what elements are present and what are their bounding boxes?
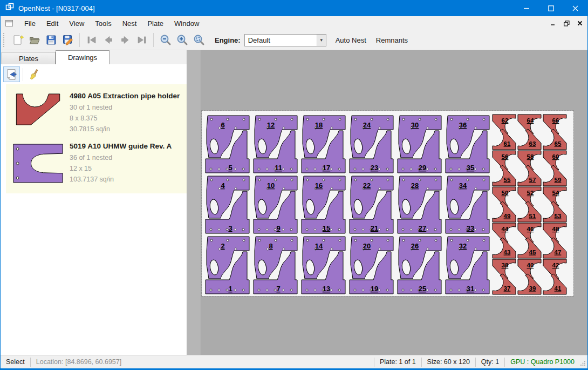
- list-item[interactable]: 4980 A05 Extraction pipe holder 30 of 1 …: [9, 88, 184, 138]
- red-pair[interactable]: 5049: [493, 187, 516, 222]
- red-pair[interactable]: 4645: [518, 223, 541, 258]
- red-pair[interactable]: 3837: [493, 259, 516, 294]
- part-area: 103.7137 sq/in: [70, 174, 183, 185]
- purple-pair[interactable]: 1413: [302, 237, 345, 294]
- purple-pair[interactable]: 1211: [254, 116, 297, 173]
- part-number: 64: [527, 117, 534, 124]
- import-drawing-button[interactable]: [3, 66, 20, 82]
- red-pair[interactable]: 4039: [518, 259, 541, 294]
- red-pair[interactable]: 5857: [518, 151, 541, 186]
- part-number: 62: [502, 117, 509, 124]
- menu-file[interactable]: File: [19, 17, 41, 30]
- menu-tools[interactable]: Tools: [90, 17, 117, 30]
- purple-pair[interactable]: 21: [206, 237, 249, 294]
- minimize-icon[interactable]: [515, 0, 539, 16]
- purple-pair[interactable]: 2625: [398, 237, 441, 294]
- red-pair[interactable]: 6463: [518, 115, 541, 150]
- part-number: 54: [552, 190, 559, 196]
- mdi-minimize-icon[interactable]: [547, 18, 559, 29]
- drill-hole: [275, 179, 277, 181]
- tab-plates[interactable]: Plates: [2, 52, 56, 64]
- menu-view[interactable]: View: [64, 17, 90, 30]
- auto-nest-button[interactable]: Auto Nest: [331, 33, 371, 48]
- part-number: 53: [555, 213, 562, 219]
- drill-hole: [275, 239, 277, 241]
- drill-hole: [258, 168, 260, 170]
- part-number: 38: [502, 262, 509, 268]
- drill-hole: [338, 168, 340, 170]
- purple-pair[interactable]: 3231: [446, 237, 489, 294]
- red-pair[interactable]: 5251: [518, 187, 541, 222]
- menu-window[interactable]: Window: [169, 17, 204, 30]
- drill-hole: [243, 179, 245, 181]
- first-arrow-icon: [86, 34, 98, 46]
- purple-pair[interactable]: 2423: [350, 116, 393, 173]
- purple-pair[interactable]: 87: [254, 237, 297, 294]
- purple-pair[interactable]: 43: [206, 176, 249, 233]
- toolbar-grip[interactable]: [3, 33, 7, 47]
- purple-pair[interactable]: 3635: [446, 116, 489, 173]
- red-pair[interactable]: 4443: [493, 223, 516, 258]
- part-number: 43: [504, 249, 511, 255]
- red-pair[interactable]: 6059: [543, 151, 566, 186]
- menu-nest[interactable]: Nest: [117, 17, 142, 30]
- purple-pair[interactable]: 2827: [398, 176, 441, 233]
- part-number: 21: [371, 224, 378, 232]
- new-button[interactable]: [9, 32, 26, 48]
- app-icon: [5, 3, 14, 14]
- engine-select[interactable]: Default ▾: [244, 34, 326, 46]
- red-pair[interactable]: 5655: [493, 151, 516, 186]
- purple-pair[interactable]: 2019: [350, 237, 393, 294]
- mdi-restore-icon[interactable]: [560, 18, 572, 29]
- chevron-down-icon[interactable]: ▾: [317, 35, 326, 46]
- drill-hole: [435, 118, 437, 120]
- red-pair[interactable]: 4847: [543, 223, 566, 258]
- part-number: 50: [502, 190, 509, 196]
- menu-edit[interactable]: Edit: [41, 17, 64, 30]
- zoom-out-button[interactable]: [157, 32, 174, 48]
- drill-hole: [290, 168, 292, 170]
- clear-drawings-button[interactable]: [26, 66, 43, 82]
- purple-pair[interactable]: 109: [254, 176, 297, 233]
- maximize-icon[interactable]: [539, 0, 563, 16]
- drill-hole: [291, 179, 293, 181]
- save-button[interactable]: [43, 32, 59, 48]
- resize-grip-icon[interactable]: [580, 356, 587, 367]
- drawings-toolbar: [1, 64, 187, 84]
- close-icon[interactable]: [563, 0, 587, 16]
- status-size: Size: 60 x 120: [422, 358, 475, 366]
- drill-hole: [450, 289, 452, 291]
- red-pair[interactable]: 5453: [543, 187, 566, 222]
- nest-canvas[interactable]: 6512111817242330293635431091615222128273…: [187, 50, 587, 355]
- purple-pair[interactable]: 1817: [302, 116, 345, 173]
- purple-pair[interactable]: 3433: [446, 176, 489, 233]
- purple-pair[interactable]: 1615: [302, 176, 345, 233]
- menu-plate[interactable]: Plate: [142, 17, 169, 30]
- list-item[interactable]: 5019 A10 UHMW guide Rev. A 36 of 1 neste…: [9, 138, 184, 188]
- part-number: 29: [419, 164, 426, 172]
- tab-drawings[interactable]: Drawings: [56, 50, 110, 64]
- save-as-button[interactable]: [59, 32, 76, 48]
- remnants-button[interactable]: Remnants: [371, 33, 413, 48]
- mdi-document-icon[interactable]: [5, 19, 13, 28]
- part-number: 58: [527, 153, 534, 160]
- previous-plate-button[interactable]: [100, 32, 117, 48]
- purple-pair[interactable]: 3029: [398, 116, 441, 173]
- drill-hole: [387, 179, 389, 181]
- red-pair[interactable]: 4241: [543, 259, 566, 294]
- status-qty: Qty: 1: [476, 358, 504, 366]
- red-pair[interactable]: 6665: [543, 115, 566, 150]
- next-plate-button[interactable]: [117, 32, 133, 48]
- page-back-arrow-icon: [5, 68, 18, 81]
- zoom-fit-button[interactable]: [190, 32, 207, 48]
- zoom-in-button[interactable]: [174, 32, 190, 48]
- purple-pair[interactable]: 2221: [350, 176, 393, 233]
- mdi-close-icon[interactable]: [574, 18, 586, 29]
- red-pair[interactable]: 6261: [493, 115, 516, 150]
- drill-hole: [435, 179, 437, 181]
- status-bar: Select Location: [84.8696, 60.6957] Plat…: [1, 355, 587, 368]
- purple-pair[interactable]: 65: [206, 116, 249, 173]
- first-plate-button[interactable]: [83, 32, 100, 48]
- open-button[interactable]: [26, 32, 43, 48]
- last-plate-button[interactable]: [133, 32, 150, 48]
